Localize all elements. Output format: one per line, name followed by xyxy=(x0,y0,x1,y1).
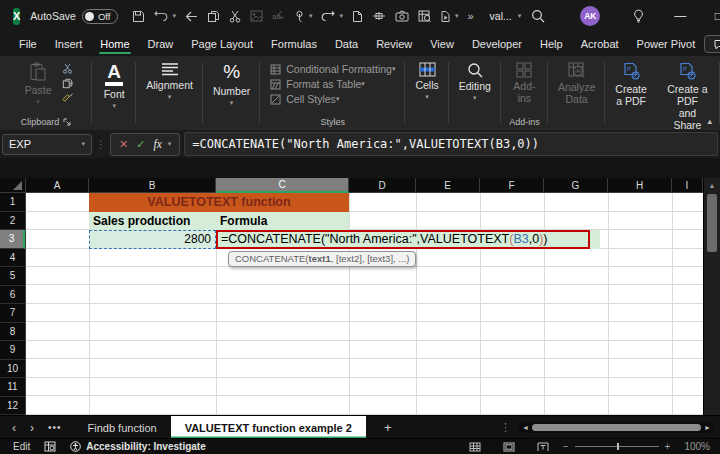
back-arrow-icon[interactable] xyxy=(185,11,198,22)
column-header-e[interactable]: E xyxy=(416,178,480,193)
column-header-a[interactable]: A xyxy=(26,178,89,193)
pin-table-icon[interactable] xyxy=(372,10,386,22)
zoom-out-icon[interactable]: − xyxy=(563,441,569,452)
horizontal-scroll-thumb[interactable] xyxy=(532,424,701,431)
save-icon[interactable] xyxy=(132,10,145,23)
sheet-nav-next-icon[interactable]: › xyxy=(30,421,34,435)
minimize-button[interactable]: — xyxy=(661,0,699,32)
cell-area[interactable]: VALUETOTEXT function Sales production Fo… xyxy=(26,193,703,415)
autosave-toggle[interactable]: Off xyxy=(82,9,119,24)
scroll-left-icon[interactable]: ◄ xyxy=(522,424,529,431)
run-macro-icon[interactable] xyxy=(440,10,451,23)
insert-function-icon[interactable]: fx xyxy=(153,138,161,150)
normal-view-icon[interactable] xyxy=(469,442,481,452)
row-headers[interactable]: 1 2 3 4 5 6 7 8 9 10 11 12 xyxy=(0,193,26,415)
column-header-d[interactable]: D xyxy=(349,178,416,193)
row-header-12[interactable]: 12 xyxy=(0,397,25,416)
create-pdf-button[interactable]: P Createa PDF xyxy=(609,60,653,109)
row-header-8[interactable]: 8 xyxy=(0,323,25,342)
row-header-3[interactable]: 3 xyxy=(0,230,25,249)
zoom-level[interactable]: 100% xyxy=(684,441,710,452)
row-header-1[interactable]: 1 xyxy=(0,193,25,212)
row-header-9[interactable]: 9 xyxy=(0,341,25,360)
maximize-button[interactable]: □ xyxy=(699,0,720,32)
touch-mode-icon[interactable] xyxy=(294,10,305,23)
tell-me-lightbulb-icon[interactable] xyxy=(621,0,655,32)
macro-record-icon[interactable] xyxy=(44,441,56,452)
editing-button[interactable]: Editing ▾ xyxy=(453,60,497,104)
cell-c2-formula-header[interactable]: Formula xyxy=(216,212,349,231)
confirm-entry-icon[interactable]: ✓ xyxy=(136,138,145,151)
new-sheet-button[interactable]: + xyxy=(366,416,410,439)
name-box-dropdown-icon[interactable]: ▾ xyxy=(81,140,85,148)
sheet-tab-valuetext-active[interactable]: VALUETEXT function example 2 xyxy=(171,416,366,439)
format-painter-button[interactable] xyxy=(62,93,74,104)
tab-home[interactable]: Home xyxy=(91,34,138,55)
collapse-ribbon-icon[interactable]: ▴ xyxy=(707,116,712,126)
scroll-up-icon[interactable]: ▲ xyxy=(704,178,720,189)
sheet-tab-findb[interactable]: Findb function xyxy=(74,416,171,439)
redo-icon[interactable] xyxy=(321,10,335,22)
accessibility-status[interactable]: Accessibility: Investigate xyxy=(70,441,206,452)
cells-button[interactable]: Cells ▾ xyxy=(409,60,444,103)
document-title[interactable]: val... ▾ xyxy=(490,10,522,22)
cell-b2-sales-header[interactable]: Sales production xyxy=(89,212,216,231)
zoom-in-icon[interactable]: + xyxy=(665,441,671,452)
undo-icon[interactable] xyxy=(154,10,168,22)
tab-power-pivot[interactable]: Power Pivot xyxy=(628,34,705,55)
tab-file[interactable]: File xyxy=(10,34,46,55)
tab-review[interactable]: Review xyxy=(367,34,421,55)
column-header-c[interactable]: C xyxy=(216,178,349,193)
cut-button[interactable] xyxy=(62,63,74,74)
tab-data[interactable]: Data xyxy=(326,34,367,55)
macro-dropdown-icon[interactable]: ▾ xyxy=(455,12,459,20)
column-header-h[interactable]: H xyxy=(608,178,672,193)
page-layout-view-icon[interactable] xyxy=(503,442,515,452)
scroll-right-icon[interactable]: ► xyxy=(704,424,711,431)
formula-bar-splitter[interactable]: ⋮ xyxy=(96,139,106,150)
touch-mode-dropdown-icon[interactable]: ▾ xyxy=(309,12,313,20)
vertical-scrollbar[interactable]: ▲ xyxy=(703,178,720,415)
row-header-7[interactable]: 7 xyxy=(0,304,25,323)
tab-developer[interactable]: Developer xyxy=(463,34,531,55)
alignment-button[interactable]: Alignment ▾ xyxy=(140,60,199,103)
page-break-view-icon[interactable] xyxy=(537,442,549,452)
tab-page-layout[interactable]: Page Layout xyxy=(182,34,262,55)
tab-formulas[interactable]: Formulas xyxy=(262,34,326,55)
redo-dropdown-icon[interactable]: ▾ xyxy=(339,12,343,20)
search-icon[interactable] xyxy=(521,0,555,32)
tab-insert[interactable]: Insert xyxy=(46,34,92,55)
copy-icon[interactable] xyxy=(207,10,220,23)
formula-input[interactable]: =CONCATENATE("North America:",VALUETOTEX… xyxy=(184,132,718,156)
new-file-icon[interactable] xyxy=(352,10,363,23)
font-button[interactable]: A Font ▾ xyxy=(98,60,131,112)
horizontal-scrollbar[interactable]: ◄ ► xyxy=(519,422,714,433)
camera-icon[interactable] xyxy=(395,10,409,22)
column-header-f[interactable]: F xyxy=(480,178,544,193)
sheet-inspect-icon[interactable] xyxy=(418,10,431,22)
formula-bar-dropdown-icon[interactable]: ▾ xyxy=(168,140,172,148)
worksheet-grid[interactable]: A B C D E F G H I 1 2 3 4 5 6 7 8 9 10 1… xyxy=(0,178,720,415)
row-header-11[interactable]: 11 xyxy=(0,378,25,397)
sheet-nav-more-icon[interactable]: ••• xyxy=(48,422,62,433)
vertical-scroll-thumb[interactable] xyxy=(707,194,717,252)
tab-help[interactable]: Help xyxy=(531,34,572,55)
tab-draw[interactable]: Draw xyxy=(139,34,183,55)
cut-icon[interactable] xyxy=(229,10,241,23)
undo-dropdown-icon[interactable]: ▾ xyxy=(172,12,176,20)
tab-acrobat[interactable]: Acrobat xyxy=(572,34,628,55)
toolbar-overflow[interactable]: » xyxy=(467,10,473,22)
clipboard-dialog-launcher-icon[interactable] xyxy=(63,118,71,126)
copy-button[interactable]: ▾ xyxy=(62,78,74,89)
number-button[interactable]: % Number ▾ xyxy=(207,60,256,109)
row-header-4[interactable]: 4 xyxy=(0,249,25,268)
column-header-b[interactable]: B xyxy=(89,178,216,193)
select-all-corner[interactable] xyxy=(0,178,26,193)
cancel-entry-icon[interactable]: ✕ xyxy=(119,138,128,151)
column-headers[interactable]: A B C D E F G H I xyxy=(26,178,703,193)
row-header-6[interactable]: 6 xyxy=(0,286,25,305)
cell-c3-formula-editing[interactable]: =CONCATENATE("North America:",VALUETOTEX… xyxy=(216,230,590,249)
row-header-5[interactable]: 5 xyxy=(0,267,25,286)
zoom-slider[interactable]: − + xyxy=(563,441,671,452)
row-header-2[interactable]: 2 xyxy=(0,212,25,231)
